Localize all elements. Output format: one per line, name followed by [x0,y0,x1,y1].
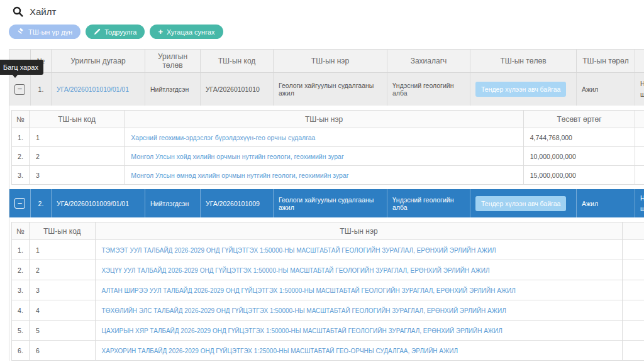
pkg-num: 2. [12,260,30,280]
header-ts-name: ТШ-ын нэр [274,50,387,72]
packages-section-1: № ТШ-ын код ТШ-ын нэр Төсөвт өртөг 1. 1 … [9,106,644,189]
package-row: 1. 1 ТЭМЭЭТ УУЛ ТАЛБАЙД 2026-2029 ОНД ГҮ… [12,240,644,260]
client: Үндэсний геологийн алба [387,189,470,217]
pkg-header-name: ТШ-ын нэр [125,111,523,128]
table-row[interactable]: − 1. УГА/20260101010/01/01 Нийтлэгдсэн У… [9,73,644,106]
table-header-row: № Урилгын дугаар Урилгын төлөв ТШ-ын код… [9,49,644,73]
pkg-clipped [635,166,644,185]
collapse-row-button[interactable]: − [14,198,25,209]
extend-deadline-button[interactable]: + Хугацаа сунгах [150,25,223,39]
clarification-button[interactable]: Тодруулга [86,25,145,39]
package-row: 6. 6 ХАРХОРИН ТАЛБАЙД 2026-2029 ОНД ГҮЙЦ… [12,341,644,361]
extend-deadline-label: Хугацаа сунгах [167,28,215,36]
package-name-link[interactable]: Монгол Улсын хойд хилийн орчмын нутгийн … [131,153,343,160]
pkg-num: 1. [12,240,30,260]
pkg-header-clipped [635,111,644,128]
ts-type: Ажил [577,189,635,217]
header-invitation-no: Урилгын дугаар [52,50,145,72]
invitation-number-link[interactable]: УГА/20260101010/01/01 [57,85,129,93]
search-bar: Хайлт [13,6,56,17]
pkg-clipped [635,147,644,166]
ts-results-button[interactable]: ТШ-ын үр дүн [9,25,80,39]
pkg-clipped [623,240,644,260]
pkg-clipped [623,260,644,280]
pkg-clipped [635,128,644,147]
package-row: 1. 1 Харсний геохими-эрдэслэг бүрэлдэхүү… [12,128,644,147]
package-row: 3. 3 Монгол Улсын өмнөд хилийн орчмын ну… [12,166,644,185]
clipped-cell: Н ш [635,189,644,217]
package-name-link[interactable]: АЛТАН ШИРЭЭ УУЛ ТАЛБАЙД 2026-2029 ОНД ГҮ… [102,287,516,294]
pkg-budget: 10,000,000,000 [523,147,635,166]
pkg-num: 3. [12,166,30,185]
tooltip-view-packages: Багц харах [0,60,43,75]
pkg-num: 6. [12,341,30,361]
pkg-code: 2 [29,260,95,280]
page: Хайлт ТШ-ын үр дүн Тодруулга + Хугацаа с… [0,0,644,362]
toolbar: ТШ-ын үр дүн Тодруулга + Хугацаа сунгах [9,25,223,39]
ts-code: УГА/20260101009 [201,189,274,217]
package-name-link[interactable]: ХЭЦҮҮ УУЛ ТАЛБАЙД 2026-2029 ОНД ГҮЙЦЭТГЭ… [102,267,490,274]
pkg-code: 3 [29,280,95,300]
invitation-number-link[interactable]: УГА/20260101009/01/01 [57,200,129,207]
package-name-link[interactable]: Монгол Улсын өмнөд хилийн орчмын нутгийн… [131,172,348,179]
packages-header-row: № ТШ-ын код ТШ-ын нэр Төсөвт өртөг [12,111,644,128]
header-invitation-status: Урилгын төлөв [145,50,201,72]
ts-code: УГА/20260101010 [201,73,274,106]
pkg-code: 4 [29,300,95,321]
row-num: 2. [31,189,52,217]
pkg-code: 5 [29,321,95,341]
package-name-link[interactable]: ХАРХОРИН ТАЛБАЙД 2026-2029 ОНД ГҮЙЦЭТГЭХ… [102,348,458,354]
packages-header-row: № ТШ-ын код ТШ-ын нэр [12,222,644,240]
pkg-clipped [623,280,644,300]
pkg-num: 5. [12,321,30,341]
pkg-budget: 15,000,000,000 [523,166,635,185]
package-row: 5. 5 ЦАХИРЫН ХЯР ТАЛБАЙД 2026-2029 ОНД Г… [12,321,644,341]
clipped-text: ш [640,204,644,214]
package-name-link[interactable]: Харсний геохими-эрдэслэг бүрэлдэхүүн-гео… [131,134,315,141]
package-name-link[interactable]: ТӨХӨЛИЙН ЭЛС ТАЛБАЙД 2026-2029 ОНД ГҮЙЦЭ… [102,307,506,314]
pkg-code: 3 [29,166,124,185]
clipped-text: ш [640,89,644,100]
package-row: 3. 3 АЛТАН ШИРЭЭ УУЛ ТАЛБАЙД 2026-2029 О… [12,280,644,300]
package-name-link[interactable]: ТЭМЭЭТ УУЛ ТАЛБАЙД 2026-2029 ОНД ГҮЙЦЭТГ… [102,247,496,254]
header-ts-status: ТШ-ын төлөв [470,50,577,72]
pkg-num: 4. [12,300,30,321]
clipped-text: Н [640,79,644,89]
collapse-row-button[interactable]: − [14,84,25,95]
ts-type: Ажил [577,73,635,106]
pkg-code: 2 [29,147,124,166]
package-name-link[interactable]: ЦАХИРЫН ХЯР ТАЛБАЙД 2026-2029 ОНД ГҮЙЦЭТ… [102,327,502,334]
pkg-header-budget: Төсөвт өртөг [523,111,635,128]
status-badge: Тендер хүлээн авч байгаа [475,82,566,97]
header-ts-type: ТШ-ын төрөл [577,50,635,72]
pkg-clipped [623,341,644,361]
client: Үндэсний геологийн алба [387,73,470,106]
pkg-code: 6 [29,341,95,361]
pkg-clipped [623,321,644,341]
clarification-label: Тодруулга [104,28,136,36]
pkg-clipped [623,300,644,321]
pkg-budget: 4,744,768,000 [523,128,635,147]
invitation-status: Нийтлэгдсэн [145,73,201,106]
pkg-code: 1 [29,128,124,147]
header-client: Захиалагч [387,50,470,72]
header-clipped [635,50,644,72]
packages-section-2: № ТШ-ын код ТШ-ын нэр 1. 1 ТЭМЭЭТ УУЛ ТА… [9,217,644,361]
pkg-num: 3. [12,280,30,300]
row-num: 1. [31,73,52,106]
tooltip-text: Багц харах [3,63,38,71]
clipped-text: Н [640,193,644,204]
ts-name: Геологи хайгуулын судалгааны ажил [274,73,387,106]
pkg-header-code: ТШ-ын код [29,111,124,128]
table-row-selected[interactable]: − 2. УГА/20260101009/01/01 Нийтлэгдсэн У… [9,189,644,217]
pkg-header-code: ТШ-ын код [29,222,95,240]
package-row: 2. 2 Монгол Улсын хойд хилийн орчмын нут… [12,147,644,166]
ts-name: Геологи хайгуулын судалгааны ажил [274,189,387,217]
packages-table-1: № ТШ-ын код ТШ-ын нэр Төсөвт өртөг 1. 1 … [11,110,644,185]
pkg-num: 1. [12,128,30,147]
gavel-icon [17,28,25,36]
plus-icon: + [158,28,163,36]
tender-table: № Урилгын дугаар Урилгын төлөв ТШ-ын код… [9,49,644,361]
package-row: 4. 4 ТӨХӨЛИЙН ЭЛС ТАЛБАЙД 2026-2029 ОНД … [12,300,644,321]
pkg-header-clipped [623,222,644,240]
